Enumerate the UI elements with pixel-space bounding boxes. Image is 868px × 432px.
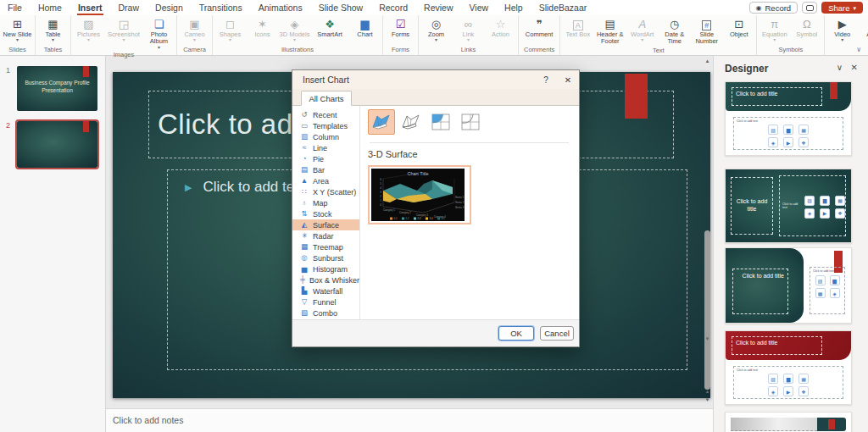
chart-preview-card[interactable]: Chart Title 6 5 4 3 2 1 0: [368, 165, 471, 224]
chart-type-histogram[interactable]: ▅Histogram: [292, 263, 359, 274]
menu-help[interactable]: Help: [504, 1, 524, 14]
menu-transitions[interactable]: Transitions: [198, 1, 243, 14]
close-icon[interactable]: ✕: [557, 75, 579, 85]
menu-draw[interactable]: Draw: [118, 1, 141, 14]
comment-icon: ❞: [537, 19, 542, 30]
help-icon[interactable]: ?: [535, 75, 557, 85]
design-suggestion-1[interactable]: Click to add title Click to add text ▨ ▆…: [725, 81, 852, 156]
tab-all-charts[interactable]: All Charts: [301, 91, 352, 106]
header-footer-button[interactable]: ▤ Header & Footer: [594, 17, 626, 46]
menu-slide-show[interactable]: Slide Show: [318, 1, 364, 14]
wordart-button: A WordArt ▾: [626, 17, 658, 42]
collapse-ribbon-icon[interactable]: ∨: [856, 46, 861, 53]
scrollbar-thumb[interactable]: [704, 230, 710, 390]
menu-home[interactable]: Home: [37, 1, 63, 14]
table-button[interactable]: ▦ Table ▾: [37, 17, 69, 42]
chart-type-box-whisker[interactable]: ╪Box & Whisker: [292, 274, 359, 285]
title-band: [731, 418, 817, 431]
ok-button[interactable]: OK: [498, 326, 534, 341]
zoom-button[interactable]: ◎ Zoom ▾: [420, 17, 452, 42]
chart-type-bar[interactable]: ▤Bar: [292, 164, 359, 175]
chart-button[interactable]: ▆ Chart: [349, 17, 381, 38]
menu-insert[interactable]: Insert: [77, 1, 103, 14]
menu-record[interactable]: Record: [378, 1, 409, 14]
subtype-wireframe-contour[interactable]: [457, 109, 484, 135]
chart-type-radar[interactable]: ✳Radar: [292, 230, 359, 241]
screenshot-button: ◲ Screenshot ▾: [105, 17, 142, 42]
chevron-down-icon[interactable]: ∨: [837, 63, 843, 72]
ribbon-group-text: A Text Box ▤ Header & Footer A WordArt ▾…: [560, 15, 757, 55]
menu-animations[interactable]: Animations: [258, 1, 303, 14]
menu-file[interactable]: File: [7, 1, 23, 14]
cameo-icon: ▣: [189, 19, 199, 30]
design-suggestion-3[interactable]: Click to add title Click to add text ▨ ▆…: [725, 247, 852, 324]
subtype-wireframe-3d-surface[interactable]: [398, 109, 425, 135]
dropdown-arrow-icon: ▾: [16, 38, 19, 42]
pie-chart-icon: ◔: [300, 155, 309, 163]
cancel-button[interactable]: Cancel: [540, 326, 574, 341]
action-icon: ☆: [496, 19, 506, 30]
photo-album-button[interactable]: ❏ Photo Album ▾: [143, 17, 175, 50]
chart-type-surface[interactable]: ◭Surface: [292, 219, 359, 230]
chart-type-stock[interactable]: ⇅Stock: [292, 208, 359, 219]
chart-type-recent[interactable]: ↺Recent: [292, 109, 359, 120]
menu-slidebazaar[interactable]: SlideBazaar: [538, 1, 588, 14]
new-slide-button[interactable]: ⊞ New Slide ▾: [2, 17, 33, 42]
share-button[interactable]: Share ▾: [821, 2, 863, 14]
svg-text:Chart Title: Chart Title: [407, 171, 428, 176]
chart-type-pie[interactable]: ◔Pie: [292, 153, 359, 164]
cameo-button: ▣ Cameo ▾: [179, 17, 210, 42]
previous-slide-icon[interactable]: ▴: [702, 388, 713, 395]
menu-review[interactable]: Review: [423, 1, 453, 14]
chart-type-column[interactable]: ▥Column: [292, 131, 359, 142]
red-accent-shape[interactable]: [625, 74, 648, 119]
comment-button[interactable]: ❞ Comment: [520, 17, 558, 38]
chart-type-map[interactable]: ♁Map: [292, 197, 359, 208]
design-suggestion-4[interactable]: Click to add title Click to add text ▨ ▆…: [725, 330, 852, 405]
smartart-button[interactable]: ❖ SmartArt: [311, 17, 348, 38]
link-icon: ∞: [465, 19, 472, 30]
design-suggestion-5[interactable]: [725, 412, 852, 432]
subtype-contour[interactable]: [427, 109, 454, 135]
next-slide-icon[interactable]: ▾: [702, 396, 713, 403]
dropdown-arrow-icon: ▾: [435, 38, 437, 42]
chart-type-scatter[interactable]: ∷X Y (Scatter): [292, 186, 359, 197]
chart-type-line[interactable]: ≈Line: [292, 142, 359, 153]
funnel-chart-icon: ▽: [300, 298, 309, 306]
slide-thumbnail-2[interactable]: [17, 121, 97, 168]
content-placeholder-mini: Click to add text ▨ ▆ ▦ ◈ ▶ ❖: [779, 175, 846, 236]
svg-text:Category 2: Category 2: [399, 211, 411, 214]
forms-button[interactable]: ☑ Forms: [385, 17, 416, 38]
chart-type-waterfall[interactable]: ▙Waterfall: [292, 285, 359, 296]
chart-type-area[interactable]: ▲Area: [292, 175, 359, 186]
smartart-placeholder-icon: ❖: [835, 208, 845, 219]
video-button[interactable]: ▶ Video ▾: [826, 17, 858, 42]
chart-icon: ▆: [361, 19, 370, 30]
close-icon[interactable]: ✕: [851, 63, 858, 72]
contour-icon: [430, 113, 452, 131]
record-button[interactable]: ◉ Record: [749, 2, 798, 14]
title-band: Click to add title: [726, 248, 804, 323]
record-dot-icon: ◉: [756, 4, 762, 12]
chart-type-sunburst[interactable]: ◎Sunburst: [292, 252, 359, 263]
menu-design[interactable]: Design: [154, 1, 184, 14]
chart-type-funnel[interactable]: ▽Funnel: [292, 296, 359, 307]
chart-type-treemap[interactable]: ▦Treemap: [292, 241, 359, 252]
scroll-up-icon[interactable]: ▴: [702, 58, 713, 64]
menu-view[interactable]: View: [468, 1, 489, 14]
chart-type-templates[interactable]: ▭Templates: [292, 120, 359, 131]
comments-button[interactable]: [802, 2, 817, 14]
slide-thumbnail-1[interactable]: Business Company Profile Presentation: [17, 66, 97, 111]
slide-number-button[interactable]: # Slide Number: [691, 17, 722, 46]
audio-button[interactable]: ♪ Audio ▾: [859, 17, 868, 42]
notes-pane[interactable]: Click to add notes: [106, 408, 713, 432]
smartart-icon: ❖: [325, 19, 335, 30]
object-button[interactable]: ⊡ Object: [723, 17, 754, 38]
symbol-icon: Ω: [803, 19, 811, 30]
dropdown-arrow-icon: ▾: [773, 38, 776, 42]
chart-type-combo[interactable]: ▧Combo: [292, 307, 359, 318]
date-time-button[interactable]: ◷ Date & Time: [659, 17, 690, 46]
subtype-3d-surface[interactable]: [368, 109, 395, 135]
design-suggestion-2[interactable]: Click to add title Click to add text ▨ ▆…: [725, 169, 852, 243]
scroll-down-icon[interactable]: ▾: [702, 335, 713, 342]
